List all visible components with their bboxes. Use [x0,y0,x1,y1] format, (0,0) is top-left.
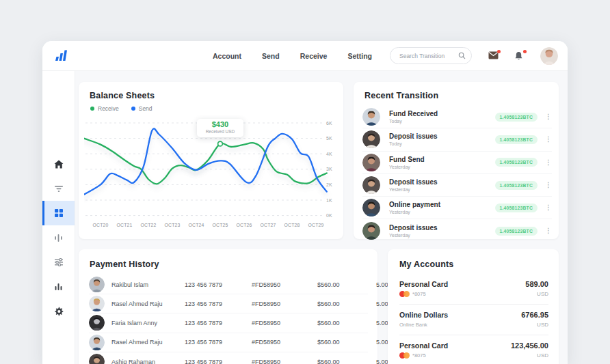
transaction-title: Deposit issues [389,224,438,232]
nav-link-send[interactable]: Send [262,52,280,60]
sidebar-item-dashboard[interactable] [42,201,75,225]
chart-tooltip: $430 Received USD [197,119,243,137]
payment-row[interactable]: Ashiq Rahaman123 456 7879#FD58950$560.00… [89,352,368,364]
account-sub-label: *8075 [412,352,426,359]
row-menu-icon[interactable]: ⋮ [545,159,552,166]
bell-icon[interactable] [514,51,525,61]
row-menu-icon[interactable]: ⋮ [545,113,552,120]
sidebar-item-filter[interactable] [42,176,75,201]
transaction-row[interactable]: Fund SendYesterday1.4058123BTC⋮ [362,152,552,174]
sidebar-item-stats[interactable] [42,275,75,299]
highlight-marker[interactable] [218,141,223,146]
row-menu-icon[interactable]: ⋮ [545,136,552,143]
app-window: AccountSendReceiveSetting [42,41,568,364]
transaction-time: Yesterday [389,187,438,192]
nav-link-account[interactable]: Account [213,52,241,60]
filter-icon [54,185,64,193]
avatar [362,222,380,240]
gear-icon [54,307,64,316]
payment-row[interactable]: Rasel Ahmed Raju123 456 7879#FD58950$560… [89,294,368,313]
sidebar-item-preferences[interactable] [42,250,75,275]
account-balance: 589.00 [525,280,548,288]
sidebar-item-home[interactable] [42,152,75,176]
y-axis-label: 2K [326,182,332,187]
transaction-info: Deposit issuesYesterday [389,178,438,192]
avatar [362,108,380,126]
row-menu-icon[interactable]: ⋮ [545,182,552,188]
transaction-list: Fund ReceivedToday1.4058123BTC⋮ Deposit … [362,106,552,242]
legend-label: Receive [98,105,119,112]
payment-row[interactable]: Faria Islam Anny123 456 7879#FD58950$560… [89,313,368,333]
transaction-title: Deposit issues [389,132,438,140]
row-menu-icon[interactable]: ⋮ [545,204,552,211]
sliders-icon [54,258,64,266]
transaction-row[interactable]: Deposit issuesYesterday1.4058123BTC⋮ [362,219,552,242]
avatar [89,315,105,331]
sidebar-item-settings[interactable] [42,299,75,324]
payment-phone: 123 456 7879 [185,300,252,307]
legend-dot [90,107,94,111]
transaction-info: Fund ReceivedToday [389,110,438,124]
y-axis-label: 6K [326,121,332,126]
row-menu-icon[interactable]: ⋮ [545,227,552,234]
amount-badge: 1.4058123BTC [495,158,538,167]
recent-transition-panel: Recent Transition Fund ReceivedToday1.40… [354,82,559,239]
grid-icon [54,208,64,218]
payment-amount: $560.00 [317,320,376,326]
account-sub-label: *8075 [412,291,426,297]
nav-links: AccountSendReceiveSetting [213,52,372,60]
user-avatar[interactable] [540,47,558,65]
chart-legend: ReceiveSend [90,105,152,112]
transaction-info: Deposit issuesYesterday [389,224,438,238]
main-content: Balance Sheets ReceiveSend 0K1K2K3K4K5K6… [75,71,568,364]
search-box[interactable] [390,47,472,64]
recent-transition-title: Recent Transition [364,91,438,100]
mail-icon[interactable] [488,51,499,61]
legend-item-receive[interactable]: Receive [90,105,119,112]
legend-item-send[interactable]: Send [131,105,152,112]
my-accounts-panel: My Accounts Personal Card589.00*8075USDO… [388,249,559,364]
payment-rate: 5.00 [376,359,388,364]
transaction-time: Yesterday [389,165,425,169]
search-icon[interactable] [458,52,466,59]
account-row[interactable]: Personal Card589.00*8075USD [399,274,548,305]
transaction-row[interactable]: Deposit issuesYesterday1.4058123BTC⋮ [362,174,552,197]
payment-phone: 123 456 7879 [185,320,252,326]
payment-phone: 123 456 7879 [185,281,252,288]
my-accounts-title: My Accounts [399,260,454,269]
account-row[interactable]: Personal Card123,456.00*8075USD [399,335,548,364]
avatar [362,130,380,148]
payment-name: Rasel Ahmed Raju [105,339,185,346]
nav-link-receive[interactable]: Receive [300,52,328,60]
x-axis-label: OCT20 [93,223,109,227]
account-subtitle: *8075 [399,291,426,297]
search-input[interactable] [398,52,458,60]
x-axis-label: OCT23 [165,223,181,227]
payment-row[interactable]: Rakibul Islam123 456 7879#FD58950$560.00… [89,275,368,294]
mail-badge [497,50,501,53]
avatar [362,199,380,216]
sidebar-item-activity[interactable] [42,225,75,250]
transaction-row[interactable]: Deposit issuesToday1.4058123BTC⋮ [362,128,552,151]
account-balance: 123,456.00 [511,341,548,350]
payment-phone: 123 456 7879 [185,359,252,364]
app-logo-icon[interactable] [54,50,68,62]
payment-row[interactable]: Rasel Ahmed Raju123 456 7879#FD58950$560… [89,333,368,352]
account-subtitle: Online Bank [399,322,427,328]
account-row[interactable]: Online Dollars6766.95Online BankUSD [399,305,548,335]
payment-name: Faria Islam Anny [105,320,185,326]
nav-link-setting[interactable]: Setting [347,52,372,60]
transaction-time: Yesterday [389,210,440,214]
amount-badge: 1.4058123BTC [495,204,538,212]
transaction-row[interactable]: Fund ReceivedToday1.4058123BTC⋮ [362,106,552,128]
transaction-row[interactable]: Online paymentYesterday1.4058123BTC⋮ [362,197,552,219]
mastercard-icon [399,352,410,359]
account-sub-label: Online Bank [399,322,427,328]
payment-invoice: #FD58950 [252,300,317,307]
x-axis-label: OCT25 [213,223,228,227]
transaction-title: Deposit issues [389,178,438,186]
account-balance: 6766.95 [521,311,548,319]
accounts-list: Personal Card589.00*8075USDOnline Dollar… [399,274,548,364]
tooltip-value: $430 [197,121,243,128]
payment-amount: $560.00 [317,300,376,307]
